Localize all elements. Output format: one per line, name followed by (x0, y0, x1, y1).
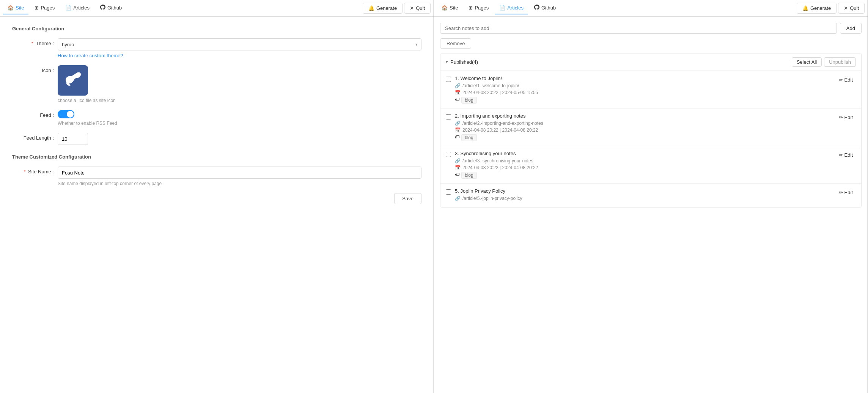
right-generate-button[interactable]: 🔔 Generate (797, 3, 837, 14)
published-section-header: ▾ Published(4) Select All Unpublish (440, 53, 861, 71)
theme-config-title: Theme Customized Configuration (12, 154, 421, 160)
article-2-dates: 📅 2024-04-08 20:22 | 2024-04-08 20:22 (455, 127, 832, 133)
theme-row: * Theme : hyruo ▾ How to create custom t… (12, 38, 421, 58)
remove-row: Remove (440, 38, 862, 49)
article-1-actions: ✏ Edit (836, 75, 856, 84)
article-5-actions: ✏ Edit (836, 188, 856, 197)
calendar-icon-3: 📅 (455, 165, 461, 170)
site-name-input[interactable] (58, 167, 421, 179)
add-button[interactable]: Add (840, 23, 862, 34)
article-3-edit-button[interactable]: ✏ Edit (836, 151, 856, 159)
feed-length-row: Feed Length : (12, 133, 421, 145)
save-btn-row: Save (12, 193, 421, 204)
article-5-checkbox[interactable] (446, 189, 451, 195)
left-navbar: 🏠 Site ⊞ Pages 📄 Articles Github 🔔 Gener… (0, 0, 434, 17)
article-1-tags: 🏷 blog (455, 97, 832, 104)
article-item-2: 2. Importing and exporting notes 🔗 /arti… (440, 108, 861, 146)
right-nav-github[interactable]: Github (530, 2, 560, 15)
feed-length-control (58, 133, 421, 145)
left-nav-github[interactable]: Github (96, 2, 126, 15)
theme-label: * Theme : (12, 38, 54, 46)
articles-content: Add Remove ▾ Published(4) Select All Unp… (434, 17, 868, 393)
article-item-1: 1. Welcome to Joplin! 🔗 /article/1.-welc… (440, 71, 861, 108)
github-icon-right (534, 5, 539, 11)
left-quit-button[interactable]: ✕ Quit (404, 3, 431, 14)
home-icon: 🏠 (8, 5, 14, 11)
article-2-actions: ✏ Edit (836, 113, 856, 122)
feed-toggle-slider (58, 110, 74, 118)
feed-help-text: Whether to enable RSS Feed (58, 121, 421, 126)
feed-row: Feed : Whether to enable RSS Feed (12, 110, 421, 126)
article-2-title: 2. Importing and exporting notes (455, 113, 832, 119)
save-button[interactable]: Save (394, 193, 421, 204)
link-icon-5: 🔗 (455, 196, 461, 201)
chevron-down-icon[interactable]: ▾ (446, 60, 448, 64)
articles-icon-right: 📄 (499, 5, 505, 11)
article-1-checkbox[interactable] (446, 77, 451, 82)
left-nav-articles[interactable]: 📄 Articles (61, 2, 94, 14)
select-all-button[interactable]: Select All (792, 57, 822, 67)
theme-select-wrapper: hyruo ▾ (58, 38, 421, 50)
right-panel: 🏠 Site ⊞ Pages 📄 Articles Github 🔔 Gener… (434, 0, 868, 393)
article-3-dates: 📅 2024-04-08 20:22 | 2024-04-08 20:22 (455, 165, 832, 170)
site-icon-preview[interactable] (58, 65, 88, 96)
edit-icon-3: ✏ (839, 152, 843, 158)
article-1-edit-button[interactable]: ✏ Edit (836, 75, 856, 84)
edit-icon: ✏ (839, 77, 843, 83)
quit-x-icon-right: ✕ (844, 5, 848, 11)
tag-icon: 🏷 (455, 97, 459, 104)
feed-length-input[interactable] (58, 133, 88, 145)
site-name-required-star: * (24, 169, 25, 174)
article-5-url: 🔗 /article/5.-joplin-privacy-policy (455, 196, 832, 201)
article-2-edit-button[interactable]: ✏ Edit (836, 113, 856, 122)
theme-control: hyruo ▾ How to create custom theme? (58, 38, 421, 58)
article-5-edit-button[interactable]: ✏ Edit (836, 188, 856, 197)
custom-theme-link[interactable]: How to create custom theme? (58, 53, 123, 58)
article-3-checkbox[interactable] (446, 152, 451, 157)
article-2-body: 2. Importing and exporting notes 🔗 /arti… (455, 113, 832, 141)
search-input[interactable] (440, 23, 837, 34)
remove-button[interactable]: Remove (440, 38, 471, 49)
left-nav-pages[interactable]: ⊞ Pages (30, 2, 59, 14)
calendar-icon: 📅 (455, 90, 461, 95)
generate-icon-right: 🔔 (802, 5, 808, 11)
edit-icon-5: ✏ (839, 190, 843, 195)
article-5-body: 5. Joplin Privacy Policy 🔗 /article/5.-j… (455, 188, 832, 203)
theme-select[interactable]: hyruo (58, 38, 421, 50)
edit-icon-2: ✏ (839, 115, 843, 120)
right-navbar: 🏠 Site ⊞ Pages 📄 Articles Github 🔔 Gener… (434, 0, 868, 17)
theme-required-star: * (31, 41, 33, 46)
general-config-title: General Configuration (12, 26, 421, 31)
right-nav-pages[interactable]: ⊞ Pages (464, 2, 493, 14)
article-2-url: 🔗 /article/2.-importing-and-exporting-no… (455, 121, 832, 126)
quit-x-icon: ✕ (410, 5, 414, 11)
feed-label: Feed : (12, 110, 54, 118)
article-item-3: 3. Synchronising your notes 🔗 /article/3… (440, 146, 861, 184)
article-item-5: 5. Joplin Privacy Policy 🔗 /article/5.-j… (440, 184, 861, 207)
right-nav-site[interactable]: 🏠 Site (437, 2, 462, 14)
unpublish-button[interactable]: Unpublish (824, 57, 856, 67)
article-1-body: 1. Welcome to Joplin! 🔗 /article/1.-welc… (455, 75, 832, 104)
feed-toggle[interactable] (58, 110, 74, 118)
link-icon: 🔗 (455, 83, 461, 88)
left-generate-button[interactable]: 🔔 Generate (363, 3, 403, 14)
icon-help-text: choose a .ico file as site icon (58, 98, 421, 103)
icon-control: choose a .ico file as site icon (58, 65, 421, 103)
left-nav-site[interactable]: 🏠 Site (3, 2, 28, 14)
feed-toggle-row (58, 110, 421, 118)
home-icon-right: 🏠 (442, 5, 448, 11)
articles-icon: 📄 (65, 5, 71, 11)
bird-svg-icon (61, 69, 84, 92)
article-1-tag-blog: blog (461, 97, 477, 104)
article-3-url: 🔗 /article/3.-synchronising-your-notes (455, 158, 832, 163)
section-divider: Theme Customized Configuration (12, 154, 421, 160)
right-nav-articles[interactable]: 📄 Articles (495, 2, 528, 14)
feed-length-label: Feed Length : (12, 133, 54, 141)
article-1-url: 🔗 /article/1.-welcome-to-joplin/ (455, 83, 832, 88)
article-3-body: 3. Synchronising your notes 🔗 /article/3… (455, 151, 832, 179)
icon-label: Icon : (12, 65, 54, 73)
article-2-checkbox[interactable] (446, 114, 451, 119)
right-quit-button[interactable]: ✕ Quit (838, 3, 865, 14)
left-panel: 🏠 Site ⊞ Pages 📄 Articles Github 🔔 Gener… (0, 0, 434, 393)
link-icon-3: 🔗 (455, 158, 461, 163)
